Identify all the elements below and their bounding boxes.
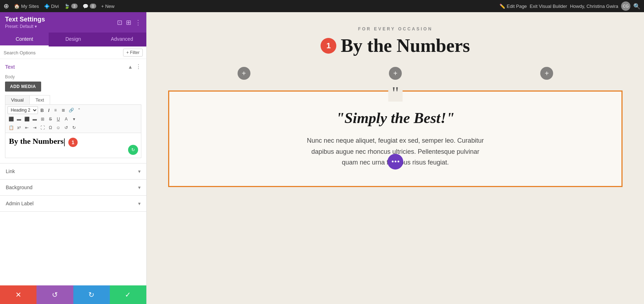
redo-editor-icon[interactable]: ↻ <box>70 124 78 131</box>
left-panel: Text Settings Preset: Default ▾ ⊡ ⊞ ⋮ Co… <box>0 12 147 304</box>
pencil-icon: ✏️ <box>499 4 505 9</box>
visual-text-tabs: Visual Text <box>5 95 50 104</box>
font-color-icon[interactable]: A <box>63 116 70 123</box>
save-button[interactable]: ✓ <box>110 285 146 304</box>
fullscreen-icon[interactable]: ⛶ <box>39 124 46 131</box>
panel-footer: ✕ ↺ ↻ ✓ <box>0 285 146 304</box>
heading-badge: 1 <box>321 38 336 54</box>
admin-chevron-down-icon: ▾ <box>138 201 141 206</box>
section-heading: 1 By the Numbers <box>168 35 623 56</box>
leaf-icon: 🍃 <box>64 4 70 9</box>
panel-preset[interactable]: Preset: Default ▾ <box>5 24 45 29</box>
paste-icon[interactable]: 📋 <box>8 124 15 131</box>
link-chevron-down-icon: ▾ <box>138 168 141 174</box>
align-left-icon[interactable]: ⬛ <box>8 116 15 123</box>
admin-bar: ⊕ 🏠 My Sites 💠 Divi 🍃 3 💬 0 + New ✏️ Edi… <box>0 0 644 12</box>
quote-title: "Simply the Best!" <box>191 109 600 127</box>
home-icon: 🏠 <box>14 4 20 9</box>
justify-icon[interactable]: ▬ <box>31 116 38 123</box>
blockquote-icon[interactable]: " <box>75 107 83 114</box>
my-sites-label: My Sites <box>21 4 39 9</box>
edit-page-button[interactable]: ✏️ Edit Page <box>499 4 527 9</box>
wordpress-logo-icon[interactable]: ⊕ <box>4 2 9 10</box>
sync-indicator: ↻ <box>128 145 138 155</box>
emoji-icon[interactable]: ☺ <box>55 124 62 131</box>
panel-header-icons: ⊡ ⊞ ⋮ <box>117 19 141 26</box>
visual-tab[interactable]: Visual <box>5 95 30 104</box>
admin-label-section: Admin Label ▾ <box>0 196 146 212</box>
background-section-header[interactable]: Background ▾ <box>0 180 146 195</box>
undo-editor-icon[interactable]: ↺ <box>63 124 70 131</box>
editor-text: By the Numbers <box>9 137 64 146</box>
chevron-up-icon[interactable]: ▲ <box>128 64 133 70</box>
text-tab[interactable]: Text <box>30 95 50 104</box>
main-layout: Text Settings Preset: Default ▾ ⊡ ⊞ ⋮ Co… <box>0 12 644 304</box>
body-label: Body <box>5 74 141 79</box>
text-section-title: Text <box>5 64 15 70</box>
divi-icon: 💠 <box>44 4 50 9</box>
link-section-header[interactable]: Link ▾ <box>0 163 146 179</box>
special-chars-icon[interactable]: Ω <box>47 124 54 131</box>
link-icon[interactable]: 🔗 <box>68 107 75 114</box>
strikethrough-icon[interactable]: S <box>47 116 54 123</box>
filter-button[interactable]: + Filter <box>123 49 143 57</box>
table-icon[interactable]: ⊞ <box>39 116 46 123</box>
background-section: Background ▾ <box>0 180 146 196</box>
avatar: CG <box>621 1 630 11</box>
more-options-button[interactable] <box>387 154 403 170</box>
tab-advanced[interactable]: Advanced <box>98 33 146 46</box>
indent-icon[interactable]: ⇥ <box>31 124 38 131</box>
main-heading: By the Numbers <box>341 35 470 56</box>
exit-visual-builder-button[interactable]: Exit Visual Builder <box>530 4 567 9</box>
comments-badge: 3 <box>71 4 78 9</box>
tab-design[interactable]: Design <box>49 33 97 46</box>
add-module-button-1[interactable]: + <box>238 67 250 80</box>
search-icon[interactable]: 🔍 <box>633 3 640 10</box>
outdent-icon[interactable]: ⇤ <box>23 124 30 131</box>
plus-row: + + + <box>168 67 623 80</box>
tab-content[interactable]: Content <box>0 33 49 46</box>
bubble-icon: 💬 <box>83 4 88 9</box>
cancel-button[interactable]: ✕ <box>0 285 36 304</box>
new-label: + New <box>101 4 114 9</box>
more-icon[interactable]: ⋮ <box>136 63 141 70</box>
layout-icon[interactable]: ⊞ <box>126 19 131 26</box>
search-input[interactable] <box>4 50 120 55</box>
panel-search: + Filter <box>0 46 146 59</box>
editor-content[interactable]: By the Numbers 1 ↻ <box>5 133 141 158</box>
comments-count-badge: 0 <box>90 4 96 9</box>
speech-bubble-item[interactable]: 💬 0 <box>83 4 96 9</box>
text-editor-area: Body ADD MEDIA Visual Text Heading 2 B <box>0 74 146 163</box>
admin-bar-right: ✏️ Edit Page Exit Visual Builder Howdy, … <box>499 1 640 11</box>
add-media-button[interactable]: ADD MEDIA <box>5 82 41 92</box>
heading-select[interactable]: Heading 2 <box>8 106 38 114</box>
panel-tabs: Content Design Advanced <box>0 33 146 46</box>
admin-label-section-header[interactable]: Admin Label ▾ <box>0 196 146 211</box>
page-content: FOR EVERY OCCASION 1 By the Numbers + + … <box>147 12 644 201</box>
dot-3 <box>397 161 399 162</box>
more-options-icon[interactable]: ⋮ <box>135 19 141 26</box>
comments-count-item[interactable]: 🍃 3 <box>64 4 78 9</box>
underline-icon[interactable]: U <box>55 116 62 123</box>
italic-button[interactable]: I <box>46 107 51 114</box>
ordered-list-icon[interactable]: ≣ <box>60 107 67 114</box>
text-section-header[interactable]: Text ▲ ⋮ <box>0 59 146 74</box>
superscript-icon[interactable]: x² <box>15 124 23 131</box>
add-module-button-3[interactable]: + <box>540 67 553 80</box>
add-module-button-2[interactable]: + <box>389 67 402 80</box>
canvas-area: FOR EVERY OCCASION 1 By the Numbers + + … <box>147 12 644 304</box>
window-minimize-icon[interactable]: ⊡ <box>117 19 122 26</box>
redo-button[interactable]: ↻ <box>73 285 110 304</box>
dot-1 <box>392 161 394 162</box>
divi-menu[interactable]: 💠 Divi <box>44 4 59 9</box>
align-right-icon[interactable]: ⬛ <box>23 116 30 123</box>
bold-button[interactable]: B <box>39 107 45 114</box>
my-sites-menu[interactable]: 🏠 My Sites <box>14 4 39 9</box>
undo-button[interactable]: ↺ <box>36 285 73 304</box>
editor-toolbar: Heading 2 B I ≡ ≣ 🔗 " ⬛ ▬ ⬛ ▬ <box>5 104 141 133</box>
unordered-list-icon[interactable]: ≡ <box>52 107 59 114</box>
dropdown-arrow-icon[interactable]: ▾ <box>70 116 78 123</box>
dot-2 <box>395 161 396 162</box>
new-item-button[interactable]: + New <box>101 4 114 9</box>
align-center-icon[interactable]: ▬ <box>15 116 23 123</box>
